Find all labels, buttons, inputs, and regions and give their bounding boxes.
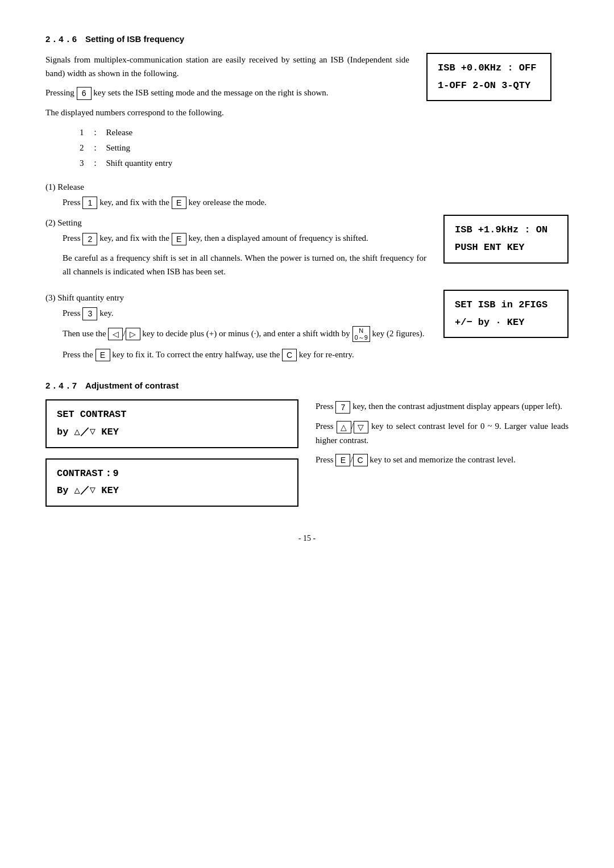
list-item-2: 2：Setting bbox=[80, 140, 409, 156]
contrast-boxes-col: SET CONTRAST by △／▽ KEY CONTRAST：9 By △／… bbox=[45, 399, 298, 511]
display-box-1-container: ISB +0.0KHz : OFF 1-OFF 2-ON 3-QTY bbox=[426, 53, 551, 106]
display-box-1-line1: ISB +0.0KHz : OFF bbox=[438, 60, 540, 77]
key-right: ▷ bbox=[126, 328, 140, 340]
section-247: 2．4．7 Adjustment of contrast SET CONTRAS… bbox=[45, 381, 569, 511]
key-E-setting: E bbox=[172, 233, 186, 245]
setting-text-4: Be careful as a frequency shift is set i… bbox=[63, 251, 426, 278]
display-box-1-line2: 1-OFF 2-ON 3-QTY bbox=[438, 77, 540, 95]
shift-text-block: (3) Shift quantity entry Press 3 key. Th… bbox=[45, 290, 426, 368]
display-box-3: SET ISB in 2FIGS +/− by · KEY bbox=[443, 290, 569, 338]
display-box-5: CONTRAST：9 By △／▽ KEY bbox=[45, 458, 298, 507]
setting-text-3: key, then a displayed amount of frequenc… bbox=[188, 233, 368, 243]
key-3: 3 bbox=[82, 307, 97, 320]
contrast-text-col: Press 7 key, then the contrast adjustmen… bbox=[316, 399, 569, 472]
release-text-1: Press bbox=[63, 198, 81, 207]
press-text-6: key to set and memorize the contrast lev… bbox=[370, 455, 516, 464]
display-box-2-line2: PUSH ENT KEY bbox=[455, 239, 557, 257]
shift-section: (3) Shift quantity entry Press 3 key. Th… bbox=[45, 290, 569, 368]
release-text-3: key orelease the mode. bbox=[188, 198, 266, 207]
contrast-text-2: Press △/▽ key to select contrast level f… bbox=[316, 419, 569, 447]
page-number: - 15 - bbox=[45, 534, 569, 543]
shift-text-6: Press the bbox=[63, 350, 93, 359]
display-box-5-line2: By △／▽ KEY bbox=[57, 482, 287, 500]
press-text-2: key, then the contrast adjustment displa… bbox=[352, 402, 562, 411]
section-246-intro: Signals from multiplex-communication sta… bbox=[45, 53, 409, 177]
setting-text-block: (2) Setting Press 2 key, and fix with th… bbox=[45, 215, 426, 284]
release-text: Press 1 key, and fix with the E key orel… bbox=[63, 195, 569, 210]
key-left: ◁ bbox=[108, 328, 123, 340]
displayed-text: The displayed numbers correspond to the … bbox=[45, 106, 409, 119]
key-E-contrast: E bbox=[335, 454, 350, 466]
release-text-2: key, and fix with the bbox=[99, 198, 169, 207]
display-box-2: ISB +1.9kHz : ON PUSH ENT KEY bbox=[443, 215, 569, 263]
shift-text-7: key to fix it. To correct the entry half… bbox=[112, 350, 280, 359]
intro-text-1: Signals from multiplex-communication sta… bbox=[45, 53, 409, 80]
key-2: 2 bbox=[82, 233, 97, 245]
key-7: 7 bbox=[335, 401, 350, 414]
list-item-1: 1：Release bbox=[80, 125, 409, 140]
key-6: 6 bbox=[77, 87, 92, 99]
key-E-shift: E bbox=[96, 349, 110, 361]
release-label: (1) Release bbox=[45, 182, 569, 192]
display-box-1: ISB +0.0KHz : OFF 1-OFF 2-ON 3-QTY bbox=[426, 53, 551, 101]
section-247-heading: 2．4．7 Adjustment of contrast bbox=[45, 381, 569, 391]
press-text-3: Press bbox=[316, 422, 334, 431]
setting-text: Press 2 key, and fix with the E key, the… bbox=[63, 231, 426, 245]
section-246-heading: 2．4．6 Setting of ISB frequency bbox=[45, 34, 569, 45]
key-C-contrast: C bbox=[353, 454, 368, 466]
display-box-4: SET CONTRAST by △／▽ KEY bbox=[45, 399, 298, 448]
key-up: △ bbox=[337, 421, 351, 433]
shift-text-8: key for re-entry. bbox=[299, 350, 354, 359]
setting-label: (2) Setting bbox=[45, 218, 426, 228]
display-box-3-line1: SET ISB in 2FIGS bbox=[455, 297, 557, 314]
contrast-display-boxes: SET CONTRAST by △／▽ KEY CONTRAST：9 By △／… bbox=[45, 399, 298, 511]
shift-text-3: Then use the bbox=[63, 328, 106, 337]
setting-section: (2) Setting Press 2 key, and fix with th… bbox=[45, 215, 569, 284]
setting-text-2: key, and fix with the bbox=[99, 233, 169, 243]
shift-label: (3) Shift quantity entry bbox=[45, 293, 426, 303]
display-box-2-line1: ISB +1.9kHz : ON bbox=[455, 222, 557, 239]
key-E-release: E bbox=[172, 197, 186, 209]
pressing-label-2: key sets the ISB setting mode and the me… bbox=[93, 88, 328, 97]
list-item-3: 3：Shift quantity entry bbox=[80, 156, 409, 171]
display-box-3-line2: +/− by · KEY bbox=[455, 314, 557, 332]
isb-list: 1：Release 2：Setting 3：Shift quantity ent… bbox=[80, 125, 409, 171]
key-1: 1 bbox=[82, 197, 97, 209]
display-box-4-line1: SET CONTRAST bbox=[57, 406, 287, 424]
contrast-text-3: Press E/C key to set and memorize the co… bbox=[316, 453, 569, 467]
shift-text-2: key. bbox=[99, 308, 113, 318]
release-section: (1) Release Press 1 key, and fix with th… bbox=[45, 182, 569, 210]
pressing-text: Pressing 6 key sets the ISB setting mode… bbox=[45, 86, 409, 100]
display-box-5-line1: CONTRAST：9 bbox=[57, 465, 287, 483]
display-box-3-container: SET ISB in 2FIGS +/− by · KEY bbox=[443, 290, 569, 343]
key-C-shift: C bbox=[282, 349, 297, 361]
pressing-label: Pressing bbox=[45, 88, 74, 97]
setting-text-1: Press bbox=[63, 233, 81, 243]
key-down: ▽ bbox=[354, 421, 368, 433]
press-text-5: Press bbox=[316, 455, 334, 464]
shift-text-4: key to decide plus (+) or minus (·), and… bbox=[142, 328, 350, 337]
section-246: 2．4．6 Setting of ISB frequency Signals f… bbox=[45, 34, 569, 367]
key-N: N0～9 bbox=[352, 326, 370, 342]
shift-text-1: Press bbox=[63, 308, 81, 318]
shift-text-5: key (2 figures). bbox=[372, 328, 425, 337]
display-box-4-line2: by △／▽ KEY bbox=[57, 424, 287, 441]
press-text-1: Press bbox=[316, 402, 334, 411]
shift-text-then: Then use the ◁/▷ key to decide plus (+) … bbox=[63, 326, 426, 342]
contrast-content: SET CONTRAST by △／▽ KEY CONTRAST：9 By △／… bbox=[45, 399, 569, 511]
contrast-text-1: Press 7 key, then the contrast adjustmen… bbox=[316, 399, 569, 414]
shift-text-press-e: Press the E key to fix it. To correct th… bbox=[63, 348, 426, 362]
shift-text-press: Press 3 key. bbox=[63, 306, 426, 320]
display-box-2-container: ISB +1.9kHz : ON PUSH ENT KEY bbox=[443, 215, 569, 268]
